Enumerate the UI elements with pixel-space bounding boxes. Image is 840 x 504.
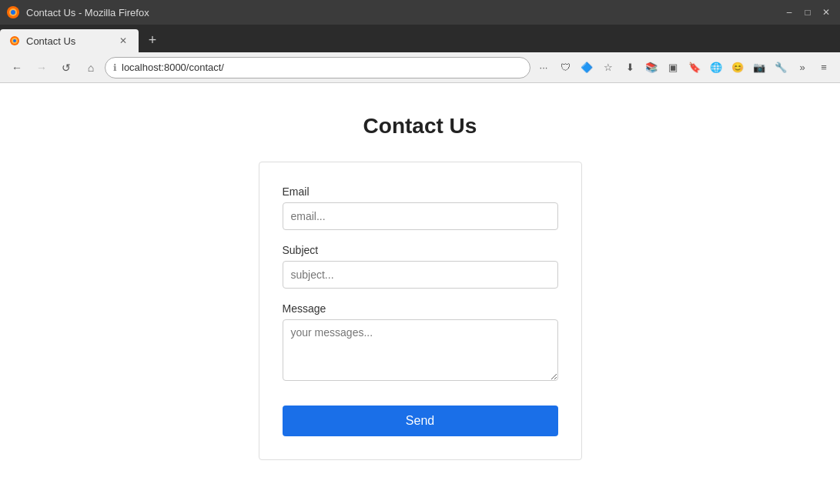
menu-button[interactable]: ≡	[814, 58, 834, 78]
email-form-group: Email	[283, 185, 558, 230]
address-bar[interactable]: ℹ localhost:8000/contact/	[105, 57, 530, 78]
shield-icon[interactable]: 🛡	[555, 58, 575, 78]
more-tools-icon[interactable]: »	[792, 58, 812, 78]
subject-form-group: Subject	[283, 244, 558, 289]
tab-label: Contact Us	[26, 35, 111, 47]
page-title: Contact Us	[363, 114, 477, 139]
subject-label: Subject	[283, 244, 558, 256]
sidebar-icon[interactable]: ▣	[663, 58, 683, 78]
library-icon[interactable]: 📚	[641, 58, 661, 78]
browser-content: Contact Us Email Subject Message Send	[0, 83, 840, 504]
emoji-icon[interactable]: 😊	[728, 58, 748, 78]
download-icon[interactable]: ⬇	[620, 58, 640, 78]
bookmark-icon[interactable]: 🔖	[684, 58, 704, 78]
close-button[interactable]: ✕	[818, 5, 834, 20]
maximize-button[interactable]: □	[800, 5, 815, 20]
extension-icon[interactable]: 🔷	[577, 58, 597, 78]
message-label: Message	[283, 302, 558, 315]
tools-icon[interactable]: 🔧	[771, 58, 791, 78]
active-tab[interactable]: Contact Us ✕	[0, 29, 139, 52]
back-button[interactable]: ←	[6, 57, 28, 78]
firefox-sync-icon[interactable]: 🌐	[706, 58, 726, 78]
subject-input[interactable]	[283, 261, 558, 289]
reload-button[interactable]: ↺	[55, 57, 77, 78]
title-bar: Contact Us - Mozilla Firefox – □ ✕	[0, 0, 840, 25]
contact-form-container: Email Subject Message Send	[259, 162, 582, 460]
firefox-icon	[6, 5, 20, 19]
nav-bar: ← → ↺ ⌂ ℹ localhost:8000/contact/ ··· 🛡 …	[0, 52, 840, 83]
email-label: Email	[283, 185, 558, 198]
overflow-button[interactable]: ···	[534, 58, 554, 78]
home-button[interactable]: ⌂	[80, 57, 102, 78]
title-bar-controls: – □ ✕	[781, 5, 834, 20]
tab-bar: Contact Us ✕ +	[0, 25, 840, 52]
email-input[interactable]	[283, 202, 558, 230]
minimize-button[interactable]: –	[781, 5, 797, 20]
nav-right-icons: ··· 🛡 🔷 ☆ ⬇ 📚 ▣ 🔖 🌐 😊 📷 🔧 » ≡	[534, 58, 834, 78]
send-button[interactable]: Send	[283, 406, 558, 436]
new-tab-button[interactable]: +	[142, 29, 163, 51]
url-text: localhost:8000/contact/	[122, 62, 522, 73]
forward-button[interactable]: →	[31, 57, 52, 78]
tab-favicon	[9, 35, 20, 46]
message-textarea[interactable]	[283, 319, 558, 381]
bookmark-star-icon[interactable]: ☆	[598, 58, 618, 78]
tab-close-button[interactable]: ✕	[117, 35, 129, 47]
svg-point-2	[11, 10, 15, 15]
svg-point-5	[13, 39, 16, 42]
message-form-group: Message	[283, 302, 558, 384]
title-bar-left: Contact Us - Mozilla Firefox	[6, 5, 149, 19]
screenshot-icon[interactable]: 📷	[749, 58, 769, 78]
info-icon: ℹ	[113, 62, 117, 73]
window-title: Contact Us - Mozilla Firefox	[26, 7, 149, 18]
